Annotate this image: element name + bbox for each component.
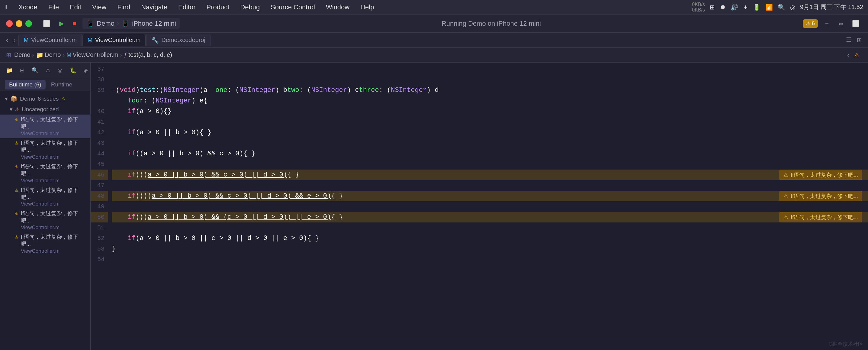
inline-warning-icon-50: ⚠	[783, 213, 788, 222]
menu-product[interactable]: Product	[205, 3, 231, 12]
issue-1-text: If语句，太过复杂，修下吧...	[21, 116, 86, 130]
editor-options-button[interactable]: ☰	[843, 35, 854, 45]
device-icon: 📱	[121, 20, 130, 28]
if-cond-46: (((	[135, 170, 148, 180]
menu-help[interactable]: Help	[359, 3, 376, 12]
fn-test: test	[140, 85, 156, 95]
issue-2-text: If语句，太过复杂，修下吧...	[21, 140, 86, 154]
tab-icon-1: M	[24, 36, 29, 43]
breadcrumb-demo-project[interactable]: Demo	[14, 51, 30, 58]
inline-warning-46: ⚠ If语句，太过复杂，修下吧...	[779, 170, 862, 180]
device-selector[interactable]: 📱 Demo › 📱 iPhone 12 mini	[83, 18, 180, 29]
breadcrumb-back-button[interactable]: ‹	[845, 50, 852, 60]
wifi-icon: 📶	[765, 4, 773, 11]
menu-navigate[interactable]: Navigate	[139, 3, 169, 12]
uncategorized-header[interactable]: ▾ ⚠ Uncategorized	[0, 104, 90, 115]
minimize-button[interactable]	[16, 20, 22, 27]
bluetooth-icon: ✦	[743, 4, 748, 11]
breadcrumb-sep-3: ›	[120, 51, 122, 58]
issue-item-1[interactable]: ⚠ If语句，太过复杂，修下吧... ViewController.m	[0, 115, 90, 138]
menu-window[interactable]: Window	[324, 3, 351, 12]
folder-icon: 📁	[36, 51, 43, 59]
sidebar-find-icon[interactable]: 🔍	[29, 66, 41, 75]
colon5: : (	[144, 95, 156, 106]
if-cond-44: ((a > 0 || b > 0) && c > 0){ }	[135, 148, 255, 159]
sidebar-breakpoint-icon[interactable]: ◈	[81, 66, 90, 75]
issues-sidebar: 📁 ⊟ 🔍 ⚠ ◎ 🐛 ◈ 📊 Buildtime (6) Runtime ▾ …	[0, 63, 91, 350]
issue-item-4[interactable]: ⚠ If语句，太过复杂，修下吧... ViewController.m	[0, 185, 90, 209]
tab-forward-button[interactable]: ›	[11, 35, 18, 45]
ln-50: 50	[91, 212, 108, 223]
buildtime-tab[interactable]: Buildtime (6)	[5, 80, 45, 89]
issue-item-2[interactable]: ⚠ If语句，太过复杂，修下吧... ViewController.m	[0, 138, 90, 162]
inline-warning-text-46: If语句，太过复杂，修下吧...	[791, 171, 858, 179]
menu-file[interactable]: File	[46, 3, 61, 12]
split-view-button[interactable]: ⬜	[849, 19, 862, 28]
airplay-icon: ⊞	[710, 4, 715, 11]
tab-back-button[interactable]: ‹	[4, 35, 10, 45]
runtime-tab[interactable]: Runtime	[47, 80, 77, 89]
breadcrumb-warning-button[interactable]: ⚠	[852, 50, 862, 60]
toolbar-right: ＋ ⇔ ⬜	[822, 18, 862, 29]
scheme-name: Demo	[97, 20, 115, 28]
breadcrumb-demo-folder[interactable]: 📁 Demo	[36, 51, 61, 59]
issue-1-warning-icon: ⚠	[14, 117, 19, 122]
menu-debug[interactable]: Debug	[238, 3, 261, 12]
warning-badge[interactable]: ⚠ 6	[803, 19, 818, 28]
search-icon[interactable]: 🔍	[778, 4, 785, 11]
run-button[interactable]: ▶	[57, 19, 66, 29]
paren-close: )	[135, 85, 140, 95]
tab-viewcontroller-2[interactable]: M ViewController.m	[83, 34, 146, 46]
code-editor[interactable]: 37 38 39 40 41 42 43 44 45 46 47 48 49 5…	[91, 63, 868, 350]
demo-group-header[interactable]: ▾ 📦 Demo 6 issues ⚠	[0, 93, 90, 104]
if-kw-42: if	[128, 127, 135, 138]
close-button[interactable]	[6, 20, 13, 27]
issue-item-3[interactable]: ⚠ If语句，太过复杂，修下吧... ViewController.m	[0, 162, 90, 185]
tab-icon-3: 🔧	[151, 36, 159, 44]
fullscreen-button[interactable]	[25, 20, 32, 27]
ln-47: 47	[91, 180, 108, 191]
add-button[interactable]: ＋	[822, 18, 832, 29]
code-line-39: - (void)test:(NSInteger)a one: (NSIntege…	[112, 85, 868, 95]
colon4: : (	[379, 85, 391, 95]
breadcrumb-function[interactable]: ƒ test(a, b, c, d, e)	[124, 51, 172, 58]
issue-item-6[interactable]: ⚠ If语句，太过复杂，修下吧... ViewController.m	[0, 232, 90, 256]
code-line-50: if (((a > 0 || b > 0) && (c > 0 || d > 0…	[112, 212, 868, 223]
issue-2-warning-icon: ⚠	[14, 141, 19, 145]
tab-viewcontroller-1[interactable]: M ViewController.m	[19, 34, 82, 46]
volume-icon: 🔊	[731, 4, 738, 11]
menu-view[interactable]: View	[90, 3, 108, 12]
sidebar-warning-icon[interactable]: ⚠	[43, 66, 53, 75]
code-line-47	[112, 180, 868, 191]
uncategorized-warning-icon: ⚠	[15, 107, 19, 112]
sidebar-test-icon[interactable]: ◎	[55, 66, 65, 75]
nsinteger-3: NSInteger	[311, 85, 347, 95]
sidebar-file-icon[interactable]: 📁	[4, 66, 15, 75]
code-lines[interactable]: - (void)test:(NSInteger)a one: (NSIntege…	[112, 63, 868, 350]
breadcrumb-bar: ⊞ Demo › 📁 Demo › M ViewController.m › ƒ…	[0, 48, 868, 63]
tab-label-3: Demo.xcodeproj	[161, 36, 205, 43]
layout-button[interactable]: ⇔	[836, 19, 846, 28]
menu-edit[interactable]: Edit	[68, 3, 83, 12]
issue-3-file: ViewController.m	[21, 178, 86, 184]
stop-button[interactable]: ■	[70, 19, 79, 29]
colon3: : (	[299, 85, 311, 95]
menu-source-control[interactable]: Source Control	[269, 3, 317, 12]
breadcrumb-file[interactable]: M ViewController.m	[66, 51, 118, 58]
issue-5-text: If语句，太过复杂，修下吧...	[21, 210, 86, 224]
canvas-button[interactable]: ⊞	[855, 35, 864, 45]
if-cond-50: (((	[135, 212, 148, 223]
menu-bar:  Xcode File Edit View Find Navigate Edi…	[0, 0, 868, 14]
sidebar-toggle-button[interactable]: ⬜	[40, 19, 53, 28]
issue-3-warning-icon: ⚠	[14, 164, 19, 169]
code-editor-area[interactable]: 37 38 39 40 41 42 43 44 45 46 47 48 49 5…	[91, 63, 868, 350]
menu-editor[interactable]: Editor	[176, 3, 197, 12]
menu-xcode[interactable]: Xcode	[17, 3, 39, 12]
tab-demo-xcodeproj[interactable]: 🔧 Demo.xcodeproj	[146, 34, 211, 46]
sidebar-inspector-icon[interactable]: ⊟	[18, 66, 27, 75]
issue-item-5[interactable]: ⚠ If语句，太过复杂，修下吧... ViewController.m	[0, 208, 90, 232]
inline-warning-text-50: If语句，太过复杂，修下吧...	[791, 213, 858, 222]
menu-find[interactable]: Find	[115, 3, 132, 12]
sidebar-debug-icon[interactable]: 🐛	[67, 66, 79, 75]
two-label: two	[287, 85, 299, 95]
